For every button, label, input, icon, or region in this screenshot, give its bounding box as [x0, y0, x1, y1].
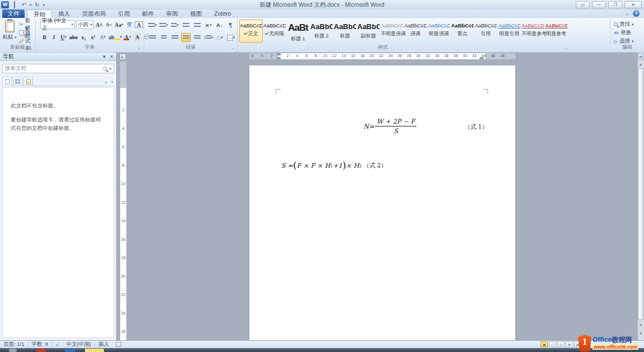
tab-引用[interactable]: 引用: [112, 10, 136, 18]
character-shading-button[interactable]: A: [133, 32, 141, 41]
outline-view-button[interactable]: ≣: [566, 341, 573, 348]
ruler-toggle-button[interactable]: ▤: [638, 54, 643, 60]
justify-button[interactable]: [181, 33, 191, 42]
style-chip-无间隔[interactable]: AaBbCcDd↵无间隔: [263, 20, 286, 43]
subscript-button[interactable]: x₂: [79, 32, 88, 41]
multilevel-list-button[interactable]: ▾: [170, 21, 179, 30]
vertical-ruler[interactable]: 2468101214161820222426: [120, 62, 126, 340]
style-chip-引用[interactable]: AaBbCcDd引用: [474, 20, 498, 43]
decrease-indent-button[interactable]: [181, 21, 191, 30]
editing-group: 查找 ▾ ab替换 ▷选择 ▾ 编辑: [610, 18, 644, 52]
replace-button[interactable]: ab替换: [614, 29, 634, 37]
font-dialog-launcher[interactable]: ⌐: [138, 46, 143, 51]
clipboard-dialog-launcher[interactable]: ⌐: [30, 46, 34, 51]
font-size-combo[interactable]: 小四▾: [76, 20, 94, 29]
grow-font-button[interactable]: A˄: [95, 20, 103, 29]
paragraph-dialog-launcher[interactable]: ⌐: [231, 46, 236, 51]
style-chip-明显引用[interactable]: AaBbCcDd明显引用: [498, 20, 521, 43]
increase-indent-button[interactable]: [192, 21, 202, 30]
scroll-up-icon[interactable]: ▲: [638, 62, 643, 68]
style-chip-不明显强调[interactable]: AaBbCcDd不明显强调: [380, 20, 404, 43]
italic-button[interactable]: I: [50, 32, 58, 41]
font-name-combo[interactable]: 宋体 (中文正▾: [40, 20, 75, 29]
bullets-button[interactable]: ▾: [148, 21, 157, 30]
style-chip-标题 1[interactable]: AaBt标题 1: [286, 20, 310, 43]
style-chip-明显参考[interactable]: AaBbCcDd明显参考: [544, 20, 568, 43]
scrollbar-thumb[interactable]: [638, 68, 643, 320]
style-chip-明显强调[interactable]: AaBbCcDd明显强调: [427, 20, 451, 43]
insert-mode-indicator[interactable]: 插入: [95, 341, 112, 349]
find-button[interactable]: 查找 ▾: [614, 20, 634, 29]
strikethrough-button[interactable]: abe: [69, 32, 78, 41]
show-marks-button[interactable]: ¶: [226, 21, 235, 30]
scroll-down-icon[interactable]: ▼: [638, 322, 643, 328]
character-border-button[interactable]: A: [135, 21, 143, 28]
document-search-input[interactable]: 搜索文档 ▾: [2, 64, 114, 73]
macro-record-button[interactable]: [112, 341, 125, 349]
shading-button[interactable]: ◇▾: [215, 33, 225, 42]
browse-results-tab[interactable]: [23, 77, 33, 86]
phonetic-guide-button[interactable]: 变: [125, 20, 134, 29]
language-indicator[interactable]: 中文(中国): [63, 341, 94, 349]
style-chip-要点[interactable]: AaBbCcDd要点: [451, 20, 474, 43]
style-chip-标题 2[interactable]: AaBbC标题 2: [310, 20, 333, 43]
navigation-close-icon[interactable]: ✕: [110, 54, 113, 59]
align-right-button[interactable]: [170, 33, 179, 42]
close-button[interactable]: ✕: [624, 1, 642, 8]
shrink-font-button[interactable]: A˅: [105, 20, 113, 29]
browse-headings-tab[interactable]: [2, 77, 12, 86]
first-line-indent-marker[interactable]: [277, 53, 281, 55]
browse-pages-tab[interactable]: [13, 77, 22, 86]
ruler-number: 16: [351, 54, 356, 58]
web-layout-view-button[interactable]: ◫: [557, 341, 565, 348]
sort-button[interactable]: A↓: [215, 21, 224, 30]
restore-button[interactable]: ❐: [608, 1, 622, 8]
tab-邮件[interactable]: 邮件: [136, 10, 160, 18]
tab-Zotero[interactable]: Zotero: [208, 10, 237, 18]
numbering-button[interactable]: ▾: [159, 21, 168, 30]
distribute-button[interactable]: [192, 33, 202, 42]
search-options-caret-icon[interactable]: ▾: [109, 67, 111, 71]
next-heading-icon[interactable]: ▼: [110, 80, 114, 84]
document-page[interactable]: N=W + 2P − FS （式 1） S = (F × F × H1 +1)×…: [249, 65, 515, 340]
style-chip-标题[interactable]: AaBbC标题: [333, 20, 357, 43]
word-count[interactable]: 字数: 8: [29, 341, 52, 349]
tab-插入[interactable]: 插入: [52, 10, 76, 18]
align-center-button[interactable]: [159, 33, 168, 42]
font-color-button[interactable]: A▾: [124, 32, 132, 41]
vertical-scrollbar[interactable]: ▤ ▲ ▼ ▲: [637, 53, 644, 340]
highlight-button[interactable]: ab▾: [108, 32, 122, 41]
tab-页面布局[interactable]: 页面布局: [76, 10, 112, 18]
align-left-button[interactable]: [148, 33, 157, 42]
proofing-status[interactable]: ✓: [52, 341, 63, 349]
horizontal-ruler[interactable]: 6422468101214161820222426283032343638404…: [249, 53, 515, 59]
print-layout-view-button[interactable]: ▣: [541, 341, 548, 348]
tab-file[interactable]: 文件: [2, 10, 25, 18]
style-chip-副标题[interactable]: AaBbC副标题: [357, 20, 380, 43]
text-effects-button[interactable]: A▾: [98, 32, 107, 41]
minimize-ribbon-icon[interactable]: ▵: [626, 11, 628, 16]
borders-button[interactable]: ▾: [226, 33, 236, 42]
tab-stop-selector[interactable]: L: [120, 54, 126, 60]
paste-button[interactable]: 粘贴 ▾: [2, 20, 17, 45]
style-chip-正文[interactable]: AaBbCcDd↵正文: [239, 20, 263, 43]
change-case-button[interactable]: Aa▾: [114, 20, 124, 29]
styles-dialog-launcher[interactable]: ⌐: [565, 46, 570, 51]
help-icon[interactable]: ?: [633, 10, 640, 17]
superscript-button[interactable]: x²: [89, 32, 97, 41]
navigation-options-caret-icon[interactable]: ▼: [102, 54, 106, 59]
style-chip-不明显参考[interactable]: AaBbCcDd不明显参考: [521, 20, 544, 43]
tab-视图[interactable]: 视图: [184, 10, 208, 18]
hanging-indent-marker[interactable]: [277, 57, 281, 59]
addin-window-button[interactable]: ▭: [576, 1, 590, 8]
page-indicator[interactable]: 页面: 1/1: [0, 341, 28, 349]
tab-审阅[interactable]: 审阅: [160, 10, 184, 18]
line-spacing-button[interactable]: ↕▾: [203, 33, 214, 42]
bold-button[interactable]: B: [40, 32, 49, 41]
asian-layout-button[interactable]: ✕▾: [203, 21, 213, 30]
style-chip-强调[interactable]: AaBbCcDd强调: [404, 20, 427, 43]
fullscreen-reading-view-button[interactable]: ▢: [549, 341, 556, 348]
previous-heading-icon[interactable]: ▲: [104, 80, 108, 84]
underline-button[interactable]: U▾: [59, 32, 68, 41]
minimize-button[interactable]: ─: [592, 1, 606, 8]
